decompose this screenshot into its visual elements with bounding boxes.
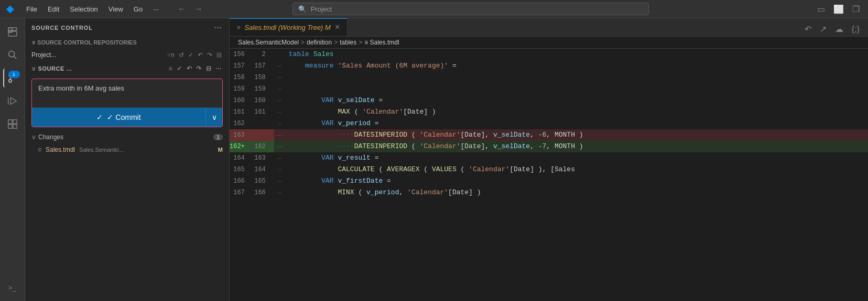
title-bar: ◈ File Edit Selection View Go ··· ← → 🔍 … [0,0,868,18]
commit-label: ✓ Commit [107,113,140,121]
menu-view[interactable]: View [104,4,127,14]
undo-icon[interactable]: ↶ [197,50,204,60]
menu-selection[interactable]: Selection [66,4,102,14]
code-editor[interactable]: 156 2 table Sales 157 157 → measure 'Sal… [230,49,868,301]
menu-go[interactable]: Go [129,4,147,14]
svg-point-5 [8,74,12,77]
source-dots-icon[interactable]: ··· [214,64,223,73]
code-table: 156 2 table Sales 157 157 → measure 'Sal… [230,49,868,198]
terminal-icon[interactable]: >_ [3,278,22,297]
tab-close-button[interactable]: × [335,23,340,32]
line-arrow: → [274,60,285,72]
line-num-left: 163 [230,129,253,141]
collapse-icon[interactable]: ∨ [31,65,36,72]
line-arrow: → [274,95,285,106]
list-item[interactable]: ≡ Sales.tmdl Sales.Semantic... M [25,144,229,155]
change-path: Sales.Semantic... [79,147,124,153]
menu-edit[interactable]: Edit [44,4,63,14]
table-row: 164 163 → VAR v_result = [230,152,868,164]
svg-rect-13 [8,125,12,128]
maximize-icon[interactable]: ❐ [850,3,862,15]
line-arrow: → [274,83,285,95]
line-num-right: 161 [253,106,274,118]
source-label: SOURCE ... [38,65,72,72]
sidebar-more-icon[interactable]: ··· [213,23,223,33]
line-num-right: 164 [253,164,274,175]
sync-icon[interactable]: ↺ [178,50,185,60]
timeline-icon[interactable]: ↶ [802,22,813,36]
line-arrow: → [274,187,285,198]
source-more-icon[interactable]: ⊟ [205,64,213,73]
split-icon[interactable]: ⬜ [831,3,846,15]
search-icon[interactable] [3,46,22,64]
branch-icon[interactable]: ⑂n [166,50,176,60]
breadcrumb-file[interactable]: ≡ Sales.tmdl [364,39,399,46]
svg-line-4 [14,56,16,59]
line-num-right: 165 [253,175,274,187]
changes-collapse-icon[interactable]: ∨ [31,133,36,141]
sidebar-header-actions: ··· [213,23,223,33]
layout-icon[interactable]: ▭ [815,3,827,15]
line-num-left: 161 [230,106,253,118]
breadcrumb-tables[interactable]: tables [340,39,356,46]
open-changes-icon[interactable]: ↗ [818,22,829,36]
line-num-right: 160 [253,95,274,106]
explorer-icon[interactable] [3,23,22,41]
tab-sales-tmdl[interactable]: ≡ Sales.tmdl (Working Tree) M × [230,18,348,36]
source-control-icon[interactable] [3,69,22,87]
vscode-logo: ◈ [6,3,14,15]
commit-button[interactable]: ✓ ✓ Commit [32,108,205,127]
nav-buttons: ← → [176,3,205,15]
nav-forward-button[interactable]: → [192,3,205,15]
more-icon[interactable]: ⊟ [215,50,223,60]
svg-point-3 [8,51,14,57]
check-icon[interactable]: ✓ [187,50,194,60]
table-row: 163 →→ ····DATESINPERIOD ( 'Calendar'[Da… [230,129,868,141]
line-content: VAR v_period = [285,118,868,129]
source-control-panel: SOURCE CONTROL ··· ∨ SOURCE CONTROL REPO… [25,18,230,301]
line-num-left: 157 [230,60,253,72]
commit-box: ✓ ✓ Commit ∨ [31,79,223,127]
source-list-icon[interactable]: ≡ [168,64,174,73]
line-num-right: 159 [253,83,274,95]
line-content: MINX ( v_period, 'Calendar'[Date] ) [285,187,868,198]
cloud-icon[interactable]: ☁ [833,22,845,36]
breadcrumb-definition[interactable]: definition [307,39,332,46]
table-row: 159 159 → [230,83,868,95]
source-section-header: ∨ SOURCE ... ≡ ✓ ↶ ↷ ⊟ ··· [25,62,229,75]
line-arrow: → [274,72,285,83]
table-row: 167 166 → MINX ( v_period, 'Calendar'[Da… [230,187,868,198]
breadcrumb-sep-3: > [359,39,362,46]
table-row: 166 165 → VAR v_firstDate = [230,175,868,187]
run-debug-icon[interactable] [3,92,22,110]
commit-dropdown-button[interactable]: ∨ [205,108,222,127]
repo-name[interactable]: Project... [31,51,56,59]
search-icon: 🔍 [298,5,307,13]
table-row: 156 2 table Sales [230,49,868,60]
chevron-down-icon: ∨ [212,113,217,121]
line-num-right [253,118,274,129]
svg-rect-12 [13,120,16,124]
source-redo-icon[interactable]: ↷ [195,64,203,73]
breadcrumb-model[interactable]: Sales.SemanticModel [238,39,299,46]
line-num-left: 167 [230,187,253,198]
commit-btn-row: ✓ ✓ Commit ∨ [32,107,222,127]
title-actions: ▭ ⬜ ❐ [815,3,862,15]
svg-rect-14 [13,125,16,128]
source-undo-icon[interactable]: ↶ [186,64,193,73]
redo-icon[interactable]: ↷ [206,50,213,60]
line-num-right [253,129,274,141]
menu-more[interactable]: ··· [149,4,163,14]
line-arrow: → [274,118,285,129]
sidebar-title: SOURCE CONTROL [31,25,93,31]
extensions-icon[interactable] [3,115,22,133]
line-num-right: 166 [253,187,274,198]
editor-actions: ↶ ↗ ☁ {;} [796,22,868,36]
commit-message-input[interactable] [32,79,222,105]
source-check-icon[interactable]: ✓ [176,64,183,73]
menu-file[interactable]: File [22,4,41,14]
bracket-icon[interactable]: {;} [850,23,862,36]
svg-point-6 [8,80,12,83]
command-palette[interactable]: 🔍 Project [292,3,649,15]
nav-back-button[interactable]: ← [176,3,188,15]
